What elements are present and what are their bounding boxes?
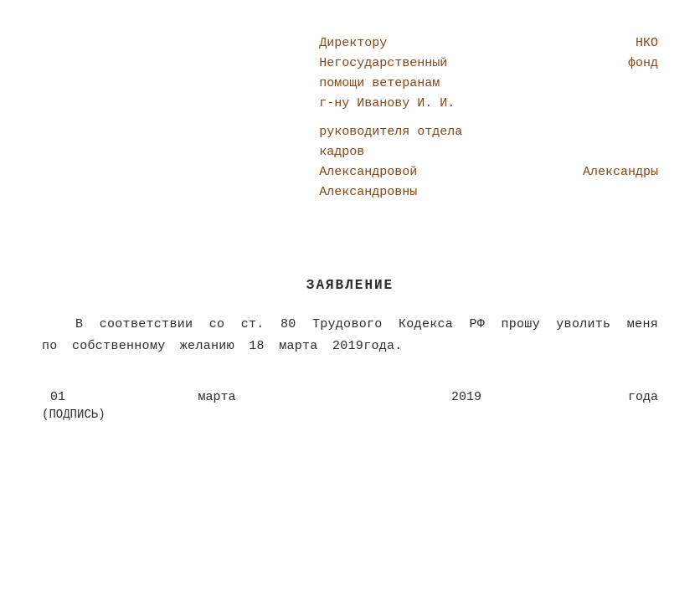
- sender-line3-right: Александры: [583, 162, 658, 182]
- addressee-line1-right: НКО: [636, 33, 658, 54]
- date-suffix: года: [591, 390, 658, 404]
- document-container: Директору НКО Негосударственный фонд пом…: [42, 33, 658, 422]
- addressee-line4: г-ну Иванову И. И.: [319, 96, 455, 110]
- date-day: 01: [42, 390, 92, 404]
- addressee-block: Директору НКО Негосударственный фонд пом…: [319, 33, 658, 114]
- sender-line1: руководителя отдела: [319, 125, 462, 139]
- footer-section: 01 марта 2019 года (ПОДПИСЬ): [42, 390, 658, 422]
- addressee-line1-left: Директору: [319, 33, 387, 54]
- body-section: В соответствии со ст. 80 Трудового Кодек…: [42, 314, 658, 357]
- sender-line2: кадров: [319, 145, 364, 159]
- document-title: ЗАЯВЛЕНИЕ: [306, 278, 394, 293]
- sender-line4: Александровны: [319, 185, 417, 199]
- title-section: ЗАЯВЛЕНИЕ: [42, 278, 658, 293]
- body-text: В соответствии со ст. 80 Трудового Кодек…: [42, 314, 658, 357]
- addressee-line3: помощи ветеранам: [319, 76, 440, 90]
- date-month: марта: [92, 390, 342, 404]
- date-year: 2019: [342, 390, 591, 404]
- sender-line3-left: Александровой: [319, 162, 417, 182]
- addressee-line2-right: фонд: [628, 54, 658, 74]
- sender-block: руководителя отдела кадров Александровой…: [319, 122, 658, 203]
- signature-label: (ПОДПИСЬ): [42, 408, 106, 421]
- addressee-line2-left: Негосударственный: [319, 54, 447, 74]
